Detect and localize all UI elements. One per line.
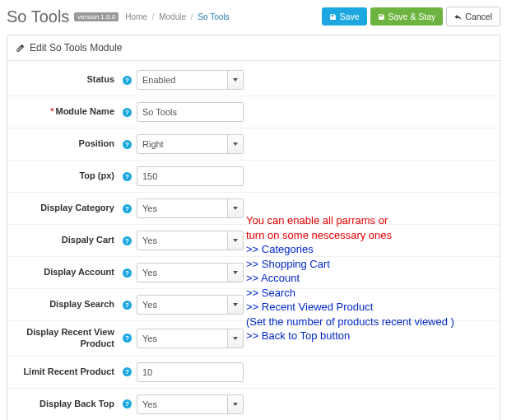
help-icon[interactable]: ? [123, 76, 132, 85]
page-header: So Tools version 1.0.0 Home / Module / S… [7, 5, 500, 31]
display-search-select[interactable]: Yes [137, 295, 244, 315]
breadcrumb-home[interactable]: Home [125, 12, 147, 21]
panel: Edit So Tools Module Status ? Enabled *M… [7, 35, 500, 420]
label-limit-recent: Limit Recent Product [16, 366, 118, 378]
cancel-button[interactable]: Cancel [446, 7, 500, 26]
module-name-input[interactable] [137, 102, 244, 122]
help-icon[interactable]: ? [123, 301, 132, 310]
display-backtop-select[interactable]: Yes [137, 394, 244, 414]
row-status: Status ? Enabled [7, 64, 500, 96]
label-display-category: Display Category [16, 203, 118, 214]
row-display-search: Display Search ? Yes [7, 289, 500, 321]
label-module-name: *Module Name [16, 106, 118, 118]
label-display-backtop: Display Back Top [16, 399, 118, 410]
help-icon[interactable]: ? [123, 399, 132, 408]
version-badge: version 1.0.0 [74, 12, 119, 21]
row-display-backtop: Display Back Top ? Yes [7, 389, 500, 421]
row-display-account: Display Account ? Yes [7, 257, 500, 289]
label-display-cart: Dispaly Cart [16, 235, 118, 246]
save-icon [329, 13, 337, 21]
display-category-select[interactable]: Yes [137, 198, 244, 218]
row-module-name: *Module Name ? [7, 96, 500, 128]
display-account-select[interactable]: Yes [137, 263, 244, 282]
help-icon[interactable]: ? [123, 108, 132, 117]
save-stay-button[interactable]: Save & Stay [370, 7, 444, 26]
panel-heading: Edit So Tools Module [7, 35, 500, 61]
help-icon[interactable]: ? [123, 172, 132, 181]
row-display-category: Display Category ? Yes [7, 193, 500, 225]
breadcrumb: Home / Module / So Tools [125, 12, 229, 21]
row-display-cart: Dispaly Cart ? Yes [7, 225, 500, 257]
help-icon[interactable]: ? [123, 367, 132, 376]
display-recent-select[interactable]: Yes [137, 329, 244, 348]
pencil-icon [16, 44, 25, 53]
display-cart-select[interactable]: Yes [137, 231, 244, 250]
help-icon[interactable]: ? [123, 268, 132, 278]
help-icon[interactable]: ? [123, 334, 132, 343]
status-select[interactable]: Enabled [137, 70, 244, 90]
save-stay-icon [378, 13, 385, 21]
label-display-recent: Display Recent View Product [16, 327, 118, 350]
help-icon[interactable]: ? [123, 236, 132, 245]
label-display-account: Display Account [16, 267, 118, 278]
breadcrumb-module[interactable]: Module [159, 12, 186, 21]
row-top: Top (px) ? [7, 161, 500, 193]
row-display-recent: Display Recent View Product ? Yes [7, 321, 500, 357]
label-position: Position [16, 138, 118, 150]
label-display-search: Display Search [16, 299, 118, 310]
breadcrumb-current[interactable]: So Tools [198, 12, 229, 21]
help-icon[interactable]: ? [123, 204, 132, 213]
position-select[interactable]: Right [137, 134, 244, 154]
reply-icon [454, 13, 462, 21]
save-button[interactable]: Save [322, 7, 367, 26]
row-position: Position ? Right [7, 128, 500, 161]
top-input[interactable] [137, 166, 244, 186]
page-title: So Tools [7, 7, 69, 26]
label-status: Status [16, 74, 118, 86]
limit-recent-input[interactable] [137, 362, 244, 382]
help-icon[interactable]: ? [123, 140, 132, 149]
row-limit-recent: Limit Recent Product ? [7, 357, 500, 389]
label-top: Top (px) [16, 170, 118, 182]
